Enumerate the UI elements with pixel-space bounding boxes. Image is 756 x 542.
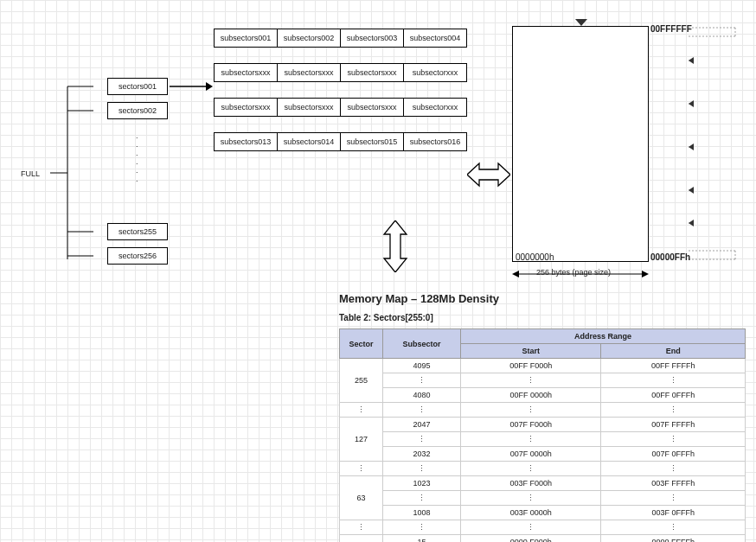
sector-box: sectors255 [107, 223, 168, 240]
sector-box: sectors002 [107, 102, 168, 119]
svg-marker-19 [689, 187, 694, 194]
memory-map-title: Memory Map – 128Mb Density [339, 292, 499, 305]
subsector-cell: subsectors003 [340, 29, 404, 48]
memory-page-rect [512, 26, 649, 262]
cell-sector: ⋮ [340, 462, 383, 476]
subsector-cell: subsectorxxx [403, 98, 467, 117]
cell-sub: 2047 [383, 418, 461, 432]
subsector-cell: subsectorsxxx [340, 98, 404, 117]
th-start: Start [461, 344, 601, 359]
subsector-cell: subsectors014 [277, 132, 341, 151]
svg-marker-20 [689, 220, 694, 226]
sectors-table: Sector Subsector Address Range Start End… [339, 328, 746, 542]
svg-marker-22 [512, 271, 519, 277]
cell-sub: 1023 [383, 476, 461, 491]
double-arrow-h-icon [467, 160, 510, 189]
cell-sub: ⋮ [383, 491, 461, 506]
subsector-row: subsectorsxxxsubsectorsxxxsubsectorsxxxs… [215, 98, 467, 117]
subsector-cell: subsectors015 [340, 132, 404, 151]
mem-page-arrows [689, 26, 739, 266]
subsector-cell: subsectorsxxx [214, 63, 278, 82]
th-end: End [601, 344, 746, 359]
cell-start: ⋮ [461, 462, 601, 476]
sector-ellipsis: ...... [134, 131, 139, 176]
cell-start: 00FF F000h [461, 359, 601, 373]
svg-marker-17 [689, 100, 694, 107]
svg-marker-4 [575, 19, 587, 26]
cell-sub: ⋮ [383, 373, 461, 388]
root-label: FULL [21, 169, 40, 178]
cell-end: ⋮ [601, 403, 746, 418]
cell-end: 003F 0FFFh [601, 506, 746, 520]
table-row: ⋮⋮⋮⋮ [340, 462, 746, 476]
cell-end: ⋮ [601, 432, 746, 447]
cell-start: 007F F000h [461, 418, 601, 432]
mem-addr-br: 00000FFh [650, 252, 690, 262]
table-caption: Table 2: Sectors[255:0] [339, 313, 433, 322]
cell-sector: 127 [340, 418, 383, 462]
arrow-sector-to-sub [170, 80, 213, 93]
subsector-cell: subsectors004 [403, 29, 467, 48]
cell-end: 007F 0FFFh [601, 447, 746, 462]
mem-addr-bl: 0000000h [516, 252, 554, 262]
cell-end: 0000 FFFFh [601, 535, 746, 543]
cell-end: ⋮ [601, 373, 746, 388]
subsector-cell: subsectorsxxx [277, 98, 341, 117]
table-row: 255409500FF F000h00FF FFFFh [340, 359, 746, 373]
svg-marker-23 [642, 271, 649, 277]
cell-sub: 2032 [383, 447, 461, 462]
cell-sub: 15 [383, 535, 461, 543]
table-row: ⋮⋮⋮⋮ [340, 403, 746, 418]
table-row: 408000FF 0000h00FF 0FFFh [340, 388, 746, 403]
cell-start: ⋮ [461, 403, 601, 418]
cell-end: ⋮ [601, 462, 746, 476]
subsector-cell: subsectorsxxx [277, 63, 341, 82]
sector-box: sectors001 [107, 78, 168, 95]
double-arrow-v-icon [381, 220, 410, 272]
cell-start: 00FF 0000h [461, 388, 601, 403]
cell-sector: 63 [340, 476, 383, 520]
cell-start: ⋮ [461, 373, 601, 388]
cell-start: 0000 F000h [461, 535, 601, 543]
table-row: ⋮⋮⋮ [340, 373, 746, 388]
table-row: 1272047007F F000h007F FFFFh [340, 418, 746, 432]
table-row: 631023003F F000h003F FFFFh [340, 476, 746, 491]
table-row: 2032007F 0000h007F 0FFFh [340, 447, 746, 462]
subsector-cell: subsectorsxxx [214, 98, 278, 117]
cell-start: 003F 0000h [461, 506, 601, 520]
svg-marker-16 [689, 57, 694, 64]
bracket-full [42, 78, 107, 268]
subsector-row: subsectors013subsectors014subsectors015s… [215, 132, 467, 151]
cell-start: ⋮ [461, 491, 601, 506]
table-row: ⋮⋮⋮⋮ [340, 520, 746, 535]
cell-end: ⋮ [601, 491, 746, 506]
subsector-row: subsectors001subsectors002subsectors003s… [215, 29, 467, 48]
th-range: Address Range [461, 329, 746, 344]
svg-marker-1 [206, 82, 213, 91]
mem-addr-top: 00FFFFFF [650, 24, 692, 34]
cell-start: ⋮ [461, 520, 601, 535]
cell-sector: 255 [340, 359, 383, 403]
cell-sub: ⋮ [383, 403, 461, 418]
cell-sub: ⋮ [383, 520, 461, 535]
table-row: ⋮⋮⋮ [340, 491, 746, 506]
cell-sector: ⋮ [340, 403, 383, 418]
svg-marker-2 [467, 163, 510, 186]
subsector-cell: subsectors016 [403, 132, 467, 151]
cell-end: 00FF FFFFh [601, 359, 746, 373]
th-sector: Sector [340, 329, 383, 359]
cell-sector: 0 [340, 535, 383, 543]
page-size-label: 256 bytes (page size) [535, 268, 612, 277]
cell-start: ⋮ [461, 432, 601, 447]
cell-end: 007F FFFFh [601, 418, 746, 432]
cell-sub: ⋮ [383, 432, 461, 447]
cell-start: 003F F000h [461, 476, 601, 491]
cell-start: 007F 0000h [461, 447, 601, 462]
table-row: 1008003F 0000h003F 0FFFh [340, 506, 746, 520]
subsector-cell: subsectors001 [214, 29, 278, 48]
cell-end: 00FF 0FFFh [601, 388, 746, 403]
cell-sub: 1008 [383, 506, 461, 520]
table-row: ⋮⋮⋮ [340, 432, 746, 447]
cell-sub: ⋮ [383, 462, 461, 476]
svg-marker-18 [689, 143, 694, 150]
